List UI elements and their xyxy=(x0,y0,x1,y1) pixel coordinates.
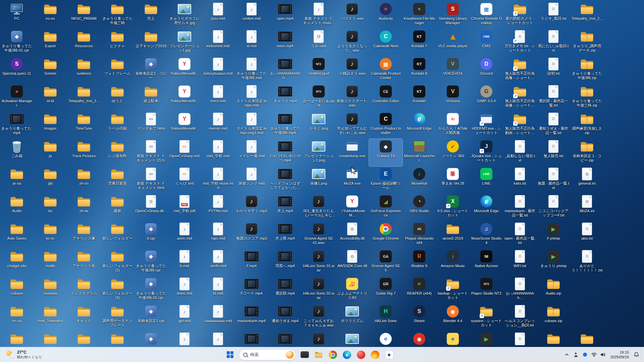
tray-user-icon[interactable] xyxy=(572,349,580,361)
desktop-icon[interactable]: 父子キャンプ2018 xyxy=(134,29,168,56)
desktop-icon[interactable]: Track Pictures xyxy=(67,139,101,166)
pinned-google-chrome-icon[interactable] xyxy=(326,348,339,361)
desktop-icon[interactable]: createdump.exe xyxy=(335,139,369,166)
desktop-icon[interactable]: Gemini xyxy=(34,56,67,84)
desktop-icon[interactable]: ♪uaaaaaaaaa.mid xyxy=(201,304,235,331)
search-highlight-avatar[interactable] xyxy=(286,351,294,359)
desktop-icon[interactable]: SSpectraLayers 11 xyxy=(0,56,34,84)
desktop-icon[interactable]: teion.mp4 xyxy=(268,29,302,56)
desktop-icon[interactable]: ♪わかりやすく.mp3 xyxy=(235,194,268,221)
desktop-icon[interactable]: SSteam xyxy=(402,304,436,331)
desktop-icon[interactable]: 選択肢.mp4 xyxy=(268,276,302,304)
search-box[interactable]: 検索 xyxy=(239,349,296,360)
desktop-icon[interactable]: ↗無人販売不正行為画像 - ショートカツ... xyxy=(503,56,537,84)
notification-bell-icon[interactable] xyxy=(632,349,641,361)
desktop-icon[interactable]: ◆きゅうり食ってた午後3時-02.cpr xyxy=(134,276,168,304)
desktop-icon[interactable]: ⚙OpenCvSharp.dll... xyxy=(134,194,168,221)
desktop-icon[interactable]: Aiかんたん！AITalk 3 関西風 xyxy=(436,111,470,139)
show-desktop-strip[interactable] xyxy=(641,347,643,362)
desktop-icon[interactable]: ↗HDDFMT.exe - ショートカット xyxy=(470,111,503,139)
desktop-icon[interactable]: ♪きゅうり食ってた午後3時.mid xyxy=(235,56,268,84)
desktop-icon[interactable]: だれでFXいれたやつ.mp4 xyxy=(268,139,302,166)
desktop-icon[interactable]: ≡_起動しない場合.txt xyxy=(503,139,537,166)
desktop-icon[interactable]: ぷぷよぷよ™テトリス®2 xyxy=(335,276,369,304)
wifi-icon[interactable] xyxy=(590,349,598,361)
volume-icon[interactable] xyxy=(599,349,607,361)
desktop-icon[interactable]: ◆名称未設定1 - コピー xyxy=(134,56,168,84)
desktop-icon[interactable]: ♪sirofo.mid xyxy=(201,249,235,276)
desktop-icon[interactable]: ごみ箱 xyxy=(0,139,34,166)
desktop-icon[interactable]: NINative Access xyxy=(470,249,503,276)
desktop-icon[interactable]: ⚙MoZA.ini xyxy=(570,194,604,221)
desktop-icon[interactable]: ≡無人販売.txt xyxy=(537,139,570,166)
desktop-icon[interactable]: ≡open - 親作品一覧.txt xyxy=(503,221,537,249)
desktop-icon[interactable]: きゅうり.mp4 xyxy=(268,84,302,111)
desktop-icon-selected[interactable]: ◆Cubase 14 xyxy=(369,139,402,166)
desktop-icon[interactable]: 羽尻へ.mp4 xyxy=(268,249,302,276)
desktop-icon[interactable]: +Keepforest File Manager xyxy=(402,1,436,29)
desktop-icon[interactable]: 新しいフォルダー (2) xyxy=(101,249,134,276)
desktop-icon[interactable]: Resources xyxy=(67,29,101,56)
desktop-icon[interactable]: ⚙general.ini xyxy=(570,166,604,194)
desktop-icon[interactable]: ♪小銭詰まり.wav xyxy=(335,56,369,84)
pinned-app-window-dark-icon[interactable] xyxy=(298,348,311,361)
desktop-icon[interactable]: CCakewalk Next xyxy=(369,29,402,56)
desktop-icon[interactable]: ≡ksks.txt xyxy=(503,166,537,194)
desktop-icon[interactable]: ↗syasinn - ショートカット xyxy=(470,304,503,331)
desktop-icon[interactable]: SSteinberg Library Manager xyxy=(436,1,470,29)
desktop-icon[interactable]: きゅうり食ってた午後3時.zip xyxy=(570,56,604,84)
desktop-icon[interactable]: Minecraft Launcher xyxy=(402,139,436,166)
desktop-icon[interactable]: Export xyxy=(34,29,67,56)
desktop-icon[interactable]: ♪mid_学校 muse.mid xyxy=(201,166,235,194)
desktop-icon[interactable]: id-id xyxy=(34,84,67,111)
desktop-icon[interactable]: eMicrosoft Edge xyxy=(470,194,503,221)
desktop-icon[interactable]: きゅうりボカコレ用サムネ.jpg xyxy=(168,1,201,29)
desktop-icon[interactable]: eMicrosoft Edge xyxy=(402,111,436,139)
desktop-icon[interactable]: ◆きゅうり食ってた午後3時-01.cpr xyxy=(0,29,34,56)
pinned-browser-red-icon[interactable] xyxy=(354,348,368,361)
desktop-icon[interactable]: 通知うぜえ.mp4 xyxy=(268,304,302,331)
desktop-icon[interactable]: Y（YukkuriMovieM... xyxy=(335,194,369,221)
desktop-icon[interactable]: YYukkuriMovieM... xyxy=(168,84,201,111)
desktop-icon[interactable]: Audio xyxy=(0,194,34,221)
desktop-icon[interactable]: runtimes xyxy=(67,56,101,84)
desktop-icon[interactable]: アナウンス冬 xyxy=(67,249,101,276)
desktop-icon[interactable]: ♪新規ソング.mid xyxy=(235,166,268,194)
desktop-icon[interactable]: アナウンス夏 xyxy=(67,221,101,249)
desktop-icon[interactable]: フォトフレーム xyxy=(101,56,134,84)
desktop-icon[interactable]: CEController Editor xyxy=(369,84,402,111)
desktop-icon[interactable]: zh-cn xyxy=(67,166,101,194)
tray-chevron-icon[interactable] xyxy=(562,349,571,361)
desktop-icon[interactable]: KTKontakt 8 xyxy=(402,56,436,84)
desktop[interactable]: PCes-esNKSC_PARAMきゅうり食ってた午後三時売上きゅうりボカコレ用… xyxy=(0,0,644,362)
desktop-icon[interactable]: ♪meroin.mid xyxy=(201,111,235,139)
desktop-icon[interactable]: ◆9.cpr xyxy=(134,221,168,249)
desktop-icon[interactable]: ▶F.ymmp xyxy=(537,221,570,249)
desktop-icon[interactable]: <>新規 テキスト ドキュメント (2).html xyxy=(134,139,168,166)
desktop-icon[interactable]: 井上.mp4 xyxy=(268,194,302,221)
desktop-icon[interactable]: ♪gpt.mid xyxy=(168,304,201,331)
desktop-icon[interactable]: かるく.png xyxy=(302,111,335,139)
desktop-icon[interactable]: ♪メドレー風.mid xyxy=(235,139,268,166)
desktop-icon[interactable]: NT2Untitled.ppsf xyxy=(302,56,335,84)
desktop-icon[interactable]: ♪aorin.mid xyxy=(168,221,201,249)
desktop-icon[interactable]: Audio.zip xyxy=(537,276,570,304)
desktop-icon[interactable]: プレゼンテーション1.jpg xyxy=(168,29,201,56)
desktop-icon[interactable]: VVOICEVOX xyxy=(436,56,470,84)
desktop-icon[interactable]: ⚙AWSSDK.Core.dll xyxy=(335,249,369,276)
desktop-icon[interactable]: プレゼンテーション1.png xyxy=(302,139,335,166)
desktop-icon[interactable]: CCrypton Product Installer xyxy=(369,111,402,139)
desktop-icon[interactable]: zh-tw xyxy=(67,194,101,221)
desktop-icon[interactable]: ◔OBS Studio xyxy=(402,194,436,221)
desktop-icon[interactable]: ピクチャ xyxy=(101,29,134,56)
desktop-icon[interactable]: きゅうり食ってた午後三時 xyxy=(101,1,134,29)
desktop-icon[interactable]: cubase.zip xyxy=(537,304,570,331)
desktop-icon[interactable]: J↗JQuake.exe - ショートカット xyxy=(470,139,503,166)
desktop-icon[interactable]: ▲VLC media player xyxy=(436,29,470,56)
desktop-icon[interactable]: DDiscord xyxy=(470,56,503,84)
desktop-icon[interactable]: ♪答え知っててもむずいわこれ.wav xyxy=(335,111,369,139)
desktop-icon[interactable]: GGIMP 3.0.4 xyxy=(470,84,503,111)
desktop-icon[interactable]: ◉Blender 4.4 xyxy=(436,304,470,331)
desktop-icon[interactable]: ♪kotusytuaaus.mid xyxy=(201,56,235,84)
desktop-icon[interactable]: GAGroove Agent SE 5 xyxy=(369,249,402,276)
